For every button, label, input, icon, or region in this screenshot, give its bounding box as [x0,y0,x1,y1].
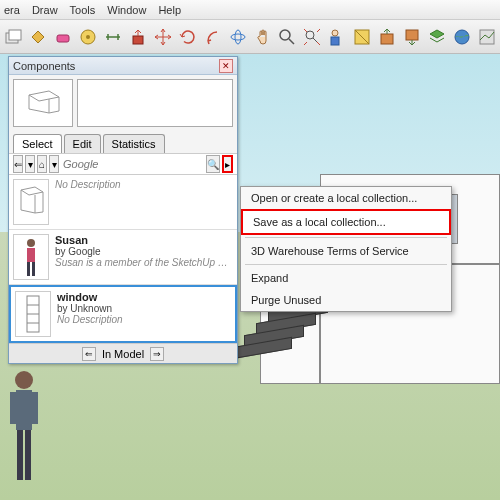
paint-bucket-icon[interactable] [27,24,49,50]
share-model-icon[interactable] [401,24,423,50]
google-earth-icon[interactable] [451,24,473,50]
layers-icon[interactable] [426,24,448,50]
svg-rect-21 [10,392,16,424]
ctx-warehouse-tos[interactable]: 3D Warehouse Terms of Service [241,240,451,262]
tape-measure-icon[interactable] [77,24,99,50]
search-bar: ⇐ ▾ ⌂ ▾ 🔍 ▸ [9,153,237,175]
nav-back-button[interactable]: ⇐ [13,155,23,173]
tab-statistics[interactable]: Statistics [103,134,165,153]
context-menu: Open or create a local collection... Sav… [240,186,452,312]
footer-label: In Model [102,348,144,360]
item-thumb-person [13,234,49,280]
svg-rect-2 [57,35,69,42]
svg-rect-14 [406,30,418,40]
item-author: by Google [55,246,233,257]
person-figure [4,366,44,496]
make-component-icon[interactable] [2,24,24,50]
svg-rect-26 [32,262,35,276]
push-pull-icon[interactable] [127,24,149,50]
tab-select[interactable]: Select [13,134,62,153]
list-item[interactable]: No Description [9,175,237,230]
get-models-icon[interactable] [376,24,398,50]
svg-rect-5 [133,36,143,44]
details-menu-button[interactable]: ▸ [222,155,233,173]
panel-close-button[interactable]: ✕ [219,59,233,73]
item-name: Susan [55,234,233,246]
svg-point-8 [280,30,290,40]
dropdown-icon[interactable]: ▾ [25,155,35,173]
svg-rect-18 [16,390,32,430]
component-preview [9,75,237,131]
ctx-save-collection[interactable]: Save as a local collection... [241,209,451,235]
ctx-open-collection[interactable]: Open or create a local collection... [241,187,451,209]
item-author: by Unknown [57,303,231,314]
preview-description[interactable] [77,79,233,127]
item-thumb-window [15,291,51,337]
components-panel: Components ✕ Select Edit Statistics ⇐ ▾ … [8,56,238,364]
separator [245,237,447,238]
separator [245,264,447,265]
move-icon[interactable] [152,24,174,50]
menu-bar: era Draw Tools Window Help [0,0,500,20]
panel-titlebar[interactable]: Components ✕ [9,57,237,75]
home-icon[interactable]: ⌂ [37,155,47,173]
panel-footer: ⇐ In Model ⇒ [9,343,237,363]
menu-help[interactable]: Help [158,4,181,16]
svg-point-6 [231,34,245,40]
ctx-expand[interactable]: Expand [241,267,451,289]
dimension-icon[interactable] [102,24,124,50]
item-desc: Susan is a member of the SketchUp develo… [55,257,233,268]
svg-point-17 [15,371,33,389]
item-name: window [57,291,231,303]
position-camera-icon[interactable] [326,24,348,50]
svg-rect-20 [25,430,31,480]
svg-point-9 [306,31,314,39]
svg-point-10 [332,30,338,36]
zoom-icon[interactable] [276,24,298,50]
search-icon[interactable]: 🔍 [206,155,220,173]
toolbar [0,20,500,54]
svg-rect-11 [331,37,339,45]
footer-next-button[interactable]: ⇒ [150,347,164,361]
svg-rect-24 [27,248,35,262]
item-desc: No Description [57,314,231,325]
svg-rect-13 [381,34,393,44]
panel-tabs: Select Edit Statistics [9,131,237,153]
ctx-purge-unused[interactable]: Purge Unused [241,289,451,311]
rotate-icon[interactable] [177,24,199,50]
menu-draw[interactable]: Draw [32,4,58,16]
menu-tools[interactable]: Tools [70,4,96,16]
orbit-icon[interactable] [227,24,249,50]
section-plane-icon[interactable] [351,24,373,50]
eraser-icon[interactable] [52,24,74,50]
footer-prev-button[interactable]: ⇐ [82,347,96,361]
menu-window[interactable]: Window [107,4,146,16]
svg-point-23 [27,239,35,247]
svg-rect-22 [32,392,38,424]
list-item-selected[interactable]: window by Unknown No Description [9,285,237,343]
item-thumb-box [13,179,49,225]
list-item[interactable]: Susan by Google Susan is a member of the… [9,230,237,285]
svg-point-7 [235,30,241,44]
component-list: No Description Susan by Google Susan is … [9,175,237,343]
preview-thumbnail [13,79,73,127]
menu-camera[interactable]: era [4,4,20,16]
toggle-terrain-icon[interactable] [476,24,498,50]
svg-rect-19 [17,430,23,480]
svg-rect-25 [27,262,30,276]
search-input[interactable] [61,156,204,172]
svg-point-4 [86,35,90,39]
offset-icon[interactable] [202,24,224,50]
panel-title-text: Components [13,60,75,72]
svg-rect-1 [9,30,21,40]
pan-icon[interactable] [252,24,274,50]
dropdown-icon-2[interactable]: ▾ [49,155,59,173]
zoom-extents-icon[interactable] [301,24,323,50]
item-desc: No Description [55,179,233,190]
tab-edit[interactable]: Edit [64,134,101,153]
